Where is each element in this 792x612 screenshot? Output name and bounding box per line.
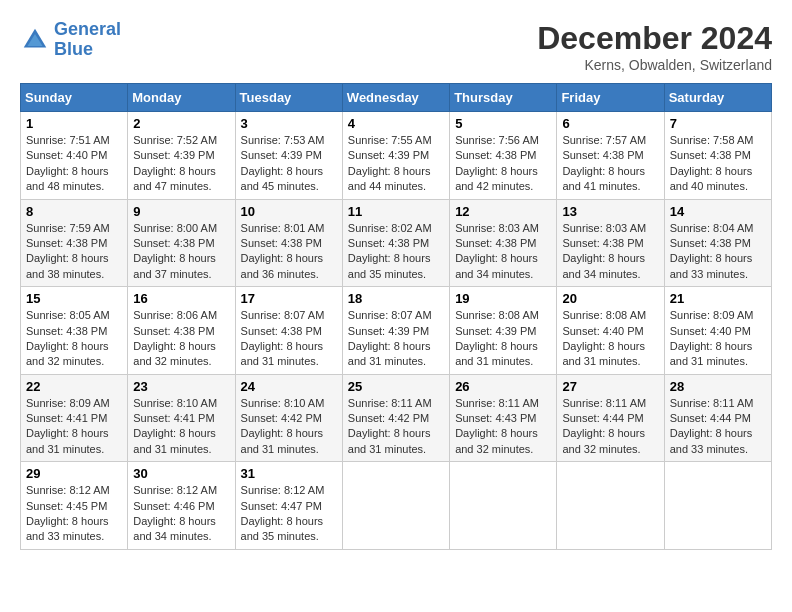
day-info: Sunrise: 8:03 AM Sunset: 4:38 PM Dayligh… [455,221,551,283]
day-info: Sunrise: 8:09 AM Sunset: 4:41 PM Dayligh… [26,396,122,458]
day-number: 8 [26,204,122,219]
day-number: 22 [26,379,122,394]
day-info: Sunrise: 8:10 AM Sunset: 4:41 PM Dayligh… [133,396,229,458]
day-number: 7 [670,116,766,131]
calendar-cell [342,462,449,550]
col-header-saturday: Saturday [664,84,771,112]
calendar-cell: 21 Sunrise: 8:09 AM Sunset: 4:40 PM Dayl… [664,287,771,375]
calendar-cell: 8 Sunrise: 7:59 AM Sunset: 4:38 PM Dayli… [21,199,128,287]
calendar-cell: 30 Sunrise: 8:12 AM Sunset: 4:46 PM Dayl… [128,462,235,550]
calendar-cell: 17 Sunrise: 8:07 AM Sunset: 4:38 PM Dayl… [235,287,342,375]
day-info: Sunrise: 7:57 AM Sunset: 4:38 PM Dayligh… [562,133,658,195]
day-number: 28 [670,379,766,394]
calendar-cell: 25 Sunrise: 8:11 AM Sunset: 4:42 PM Dayl… [342,374,449,462]
day-number: 12 [455,204,551,219]
day-info: Sunrise: 8:08 AM Sunset: 4:39 PM Dayligh… [455,308,551,370]
calendar-header-row: SundayMondayTuesdayWednesdayThursdayFrid… [21,84,772,112]
day-info: Sunrise: 8:11 AM Sunset: 4:43 PM Dayligh… [455,396,551,458]
calendar-cell: 3 Sunrise: 7:53 AM Sunset: 4:39 PM Dayli… [235,112,342,200]
page-header: General Blue December 2024 Kerns, Obwald… [20,20,772,73]
calendar-week-row: 15 Sunrise: 8:05 AM Sunset: 4:38 PM Dayl… [21,287,772,375]
day-number: 30 [133,466,229,481]
calendar-cell: 4 Sunrise: 7:55 AM Sunset: 4:39 PM Dayli… [342,112,449,200]
calendar-week-row: 29 Sunrise: 8:12 AM Sunset: 4:45 PM Dayl… [21,462,772,550]
day-info: Sunrise: 8:01 AM Sunset: 4:38 PM Dayligh… [241,221,337,283]
calendar-cell [450,462,557,550]
title-block: December 2024 Kerns, Obwalden, Switzerla… [537,20,772,73]
day-info: Sunrise: 8:09 AM Sunset: 4:40 PM Dayligh… [670,308,766,370]
day-number: 29 [26,466,122,481]
day-info: Sunrise: 8:10 AM Sunset: 4:42 PM Dayligh… [241,396,337,458]
col-header-monday: Monday [128,84,235,112]
day-info: Sunrise: 7:51 AM Sunset: 4:40 PM Dayligh… [26,133,122,195]
day-info: Sunrise: 8:00 AM Sunset: 4:38 PM Dayligh… [133,221,229,283]
day-number: 19 [455,291,551,306]
calendar-cell: 28 Sunrise: 8:11 AM Sunset: 4:44 PM Dayl… [664,374,771,462]
day-number: 6 [562,116,658,131]
day-info: Sunrise: 8:03 AM Sunset: 4:38 PM Dayligh… [562,221,658,283]
day-number: 3 [241,116,337,131]
calendar-cell: 12 Sunrise: 8:03 AM Sunset: 4:38 PM Dayl… [450,199,557,287]
calendar-cell: 31 Sunrise: 8:12 AM Sunset: 4:47 PM Dayl… [235,462,342,550]
calendar-cell: 5 Sunrise: 7:56 AM Sunset: 4:38 PM Dayli… [450,112,557,200]
day-number: 10 [241,204,337,219]
calendar-cell: 18 Sunrise: 8:07 AM Sunset: 4:39 PM Dayl… [342,287,449,375]
col-header-sunday: Sunday [21,84,128,112]
day-info: Sunrise: 8:11 AM Sunset: 4:42 PM Dayligh… [348,396,444,458]
day-number: 11 [348,204,444,219]
calendar-cell: 1 Sunrise: 7:51 AM Sunset: 4:40 PM Dayli… [21,112,128,200]
calendar-week-row: 8 Sunrise: 7:59 AM Sunset: 4:38 PM Dayli… [21,199,772,287]
calendar-cell: 11 Sunrise: 8:02 AM Sunset: 4:38 PM Dayl… [342,199,449,287]
day-info: Sunrise: 7:52 AM Sunset: 4:39 PM Dayligh… [133,133,229,195]
calendar-cell: 24 Sunrise: 8:10 AM Sunset: 4:42 PM Dayl… [235,374,342,462]
month-title: December 2024 [537,20,772,57]
day-info: Sunrise: 8:07 AM Sunset: 4:39 PM Dayligh… [348,308,444,370]
calendar-cell: 9 Sunrise: 8:00 AM Sunset: 4:38 PM Dayli… [128,199,235,287]
day-number: 25 [348,379,444,394]
calendar-cell [664,462,771,550]
day-number: 13 [562,204,658,219]
day-info: Sunrise: 8:05 AM Sunset: 4:38 PM Dayligh… [26,308,122,370]
day-info: Sunrise: 8:07 AM Sunset: 4:38 PM Dayligh… [241,308,337,370]
day-info: Sunrise: 7:59 AM Sunset: 4:38 PM Dayligh… [26,221,122,283]
calendar-cell: 13 Sunrise: 8:03 AM Sunset: 4:38 PM Dayl… [557,199,664,287]
day-info: Sunrise: 8:12 AM Sunset: 4:47 PM Dayligh… [241,483,337,545]
day-number: 17 [241,291,337,306]
calendar-week-row: 1 Sunrise: 7:51 AM Sunset: 4:40 PM Dayli… [21,112,772,200]
col-header-wednesday: Wednesday [342,84,449,112]
day-number: 20 [562,291,658,306]
day-number: 18 [348,291,444,306]
calendar-cell: 22 Sunrise: 8:09 AM Sunset: 4:41 PM Dayl… [21,374,128,462]
day-number: 24 [241,379,337,394]
calendar-cell: 2 Sunrise: 7:52 AM Sunset: 4:39 PM Dayli… [128,112,235,200]
calendar-cell: 23 Sunrise: 8:10 AM Sunset: 4:41 PM Dayl… [128,374,235,462]
day-number: 23 [133,379,229,394]
calendar-cell: 19 Sunrise: 8:08 AM Sunset: 4:39 PM Dayl… [450,287,557,375]
calendar-cell: 20 Sunrise: 8:08 AM Sunset: 4:40 PM Dayl… [557,287,664,375]
day-info: Sunrise: 8:12 AM Sunset: 4:45 PM Dayligh… [26,483,122,545]
day-number: 14 [670,204,766,219]
calendar-cell: 16 Sunrise: 8:06 AM Sunset: 4:38 PM Dayl… [128,287,235,375]
day-number: 4 [348,116,444,131]
calendar-cell: 15 Sunrise: 8:05 AM Sunset: 4:38 PM Dayl… [21,287,128,375]
col-header-thursday: Thursday [450,84,557,112]
calendar-cell: 26 Sunrise: 8:11 AM Sunset: 4:43 PM Dayl… [450,374,557,462]
day-info: Sunrise: 7:55 AM Sunset: 4:39 PM Dayligh… [348,133,444,195]
day-info: Sunrise: 8:12 AM Sunset: 4:46 PM Dayligh… [133,483,229,545]
day-info: Sunrise: 7:56 AM Sunset: 4:38 PM Dayligh… [455,133,551,195]
col-header-tuesday: Tuesday [235,84,342,112]
calendar-week-row: 22 Sunrise: 8:09 AM Sunset: 4:41 PM Dayl… [21,374,772,462]
calendar-cell: 14 Sunrise: 8:04 AM Sunset: 4:38 PM Dayl… [664,199,771,287]
day-info: Sunrise: 8:04 AM Sunset: 4:38 PM Dayligh… [670,221,766,283]
location: Kerns, Obwalden, Switzerland [537,57,772,73]
calendar-cell [557,462,664,550]
day-number: 15 [26,291,122,306]
day-number: 5 [455,116,551,131]
calendar-table: SundayMondayTuesdayWednesdayThursdayFrid… [20,83,772,550]
day-number: 9 [133,204,229,219]
calendar-cell: 27 Sunrise: 8:11 AM Sunset: 4:44 PM Dayl… [557,374,664,462]
day-info: Sunrise: 8:02 AM Sunset: 4:38 PM Dayligh… [348,221,444,283]
logo-text: General Blue [54,20,121,60]
day-number: 26 [455,379,551,394]
calendar-cell: 7 Sunrise: 7:58 AM Sunset: 4:38 PM Dayli… [664,112,771,200]
